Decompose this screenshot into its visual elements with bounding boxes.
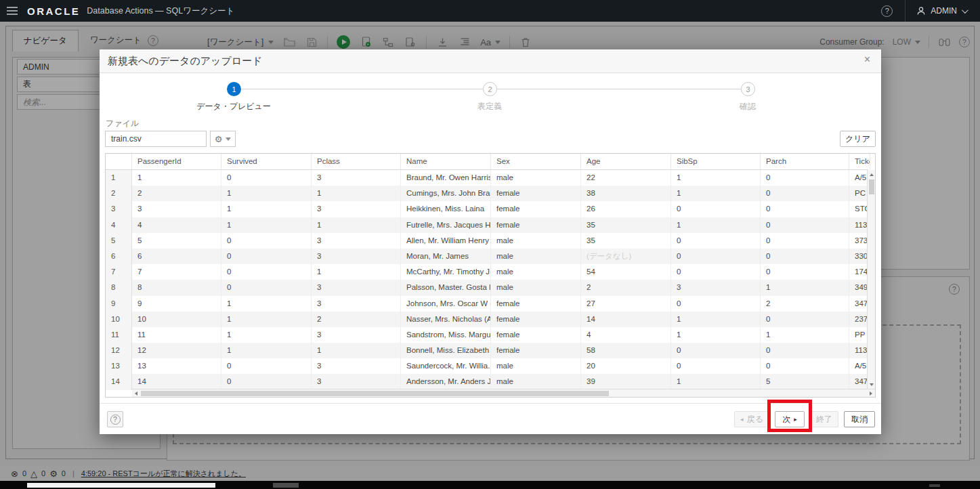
table-cell: 1 (312, 186, 401, 201)
table-cell: 3 (312, 280, 401, 295)
table-cell: Nasser, Mrs. Nicholas (A... (401, 312, 491, 327)
table-cell: 1 (761, 327, 849, 343)
table-row: 2211Cumings, Mrs. John Bra...female3810P… (106, 186, 868, 201)
cancel-button[interactable]: 取消 (844, 411, 875, 427)
scroll-up-icon[interactable] (868, 171, 875, 178)
row-number: 2 (106, 186, 132, 201)
table-cell: Johnson, Mrs. Oscar W (... (401, 296, 491, 312)
table-cell: 1 (221, 343, 312, 358)
chevron-down-icon (226, 137, 231, 141)
row-number: 4 (106, 217, 132, 233)
scroll-right-icon[interactable] (867, 389, 875, 397)
table-cell: 38 (581, 186, 671, 201)
table-cell: 0 (221, 233, 312, 249)
table-cell: 0 (761, 217, 849, 233)
table-cell: Futrelle, Mrs. Jacques H... (401, 217, 491, 233)
table-cell: Cumings, Mrs. John Bra... (401, 186, 491, 201)
finish-button-label: 終了 (816, 414, 832, 425)
chevron-down-icon (962, 7, 968, 14)
table-cell: male (491, 374, 581, 389)
horizontal-scroll-thumb[interactable] (141, 391, 609, 396)
table-row: 111113Sandstrom, Miss. Margu...female411… (106, 327, 868, 343)
table-cell: 3 (312, 358, 401, 374)
back-button[interactable]: ◂ 戻る (734, 411, 769, 427)
scroll-down-icon[interactable] (868, 381, 875, 388)
table-row: 7701McCarthy, Mr. Timothy Jmale54001746 (106, 264, 868, 280)
table-cell: 8 (132, 280, 221, 295)
table-cell: 0 (671, 296, 761, 312)
table-cell: 3 (312, 296, 401, 312)
app-title: Database Actions — SQLワークシート (87, 5, 234, 17)
column-header[interactable]: Sex (491, 154, 581, 169)
column-header[interactable]: Parch (761, 154, 849, 169)
table-cell: 0 (671, 264, 761, 280)
table-cell: 0 (671, 249, 761, 264)
table-cell: McCarthy, Mr. Timothy J (401, 264, 491, 280)
screen: ORACLE Database Actions — SQLワークシート ? AD… (0, 0, 980, 489)
file-name-input[interactable] (105, 131, 207, 147)
table-cell: Sandstrom, Miss. Margu... (401, 327, 491, 343)
dialog-help-button[interactable]: ? (107, 411, 123, 427)
column-header[interactable]: Pclass (312, 154, 401, 169)
table-cell: Palsson, Master. Gosta L... (401, 280, 491, 295)
table-cell: 0 (761, 264, 849, 280)
table-cell: 0 (761, 201, 849, 217)
table-cell: 0 (221, 249, 312, 264)
table-cell: male (491, 264, 581, 280)
table-cell: Moran, Mr. James (401, 249, 491, 264)
table-row: 8803Palsson, Master. Gosta L...male23134… (106, 280, 868, 295)
finish-button[interactable]: 終了 (810, 411, 838, 427)
step-1-circle: 1 (227, 82, 241, 96)
table-cell: 10 (132, 312, 221, 327)
table-row: 5503Allen, Mr. William Henrymale35003734 (106, 233, 868, 249)
clear-button[interactable]: クリア (840, 131, 876, 147)
table-cell: 20 (581, 358, 671, 374)
table-cell: 2 (761, 296, 849, 312)
table-cell: 14 (132, 374, 221, 389)
table-cell: 0 (671, 201, 761, 217)
column-header[interactable]: PassengerId (132, 154, 221, 169)
column-header[interactable] (106, 154, 132, 169)
step-3-circle: 3 (741, 82, 755, 96)
table-cell: male (491, 249, 581, 264)
table-cell: 1 (221, 217, 312, 233)
table-cell: male (491, 233, 581, 249)
table-cell: 1 (221, 201, 312, 217)
table-cell: 12 (132, 343, 221, 358)
step-2-circle: 2 (483, 82, 497, 96)
file-field-label: ファイル (106, 118, 139, 129)
table-row: 6603Moran, Mr. Jamesmale(データなし)003308 (106, 249, 868, 264)
vertical-scroll-thumb[interactable] (869, 179, 874, 194)
step-3-label: 確認 (740, 101, 756, 112)
table-cell: 1 (671, 312, 761, 327)
table-cell: 0 (761, 312, 849, 327)
table-cell: 0 (221, 170, 312, 186)
person-icon (916, 6, 926, 16)
user-menu[interactable]: ADMIN (906, 6, 980, 16)
column-header[interactable]: Ticke (849, 154, 870, 169)
horizontal-scrollbar[interactable] (132, 389, 875, 397)
vertical-scrollbar[interactable] (867, 170, 875, 389)
table-cell: 2 (581, 280, 671, 295)
table-cell: 3 (312, 201, 401, 217)
column-header[interactable]: Survived (221, 154, 312, 169)
column-header[interactable]: SibSp (671, 154, 761, 169)
preview-table-body: 1103Braund, Mr. Owen Harrismale2210A/5 2… (106, 170, 868, 390)
column-header[interactable]: Name (401, 154, 491, 169)
dialog-header: 新規表へのデータのアップロード × (100, 49, 881, 73)
close-icon[interactable]: × (864, 54, 870, 66)
table-cell: 3 (312, 249, 401, 264)
scroll-left-icon[interactable] (132, 389, 140, 397)
table-cell: 1 (132, 170, 221, 186)
help-icon[interactable]: ? (881, 5, 893, 17)
table-cell: 1 (221, 186, 312, 201)
column-header[interactable]: Age (581, 154, 671, 169)
table-row: 1103Braund, Mr. Owen Harrismale2210A/5 2 (106, 170, 868, 186)
table-cell: 2 (312, 312, 401, 327)
hamburger-menu-icon[interactable] (7, 5, 19, 17)
next-button[interactable]: 次 ▸ (775, 411, 805, 427)
table-cell: 5 (761, 374, 849, 389)
table-cell: 5 (132, 233, 221, 249)
file-options-button[interactable]: ⚙ (210, 131, 236, 147)
step-1-label: データ・プレビュー (196, 101, 271, 112)
